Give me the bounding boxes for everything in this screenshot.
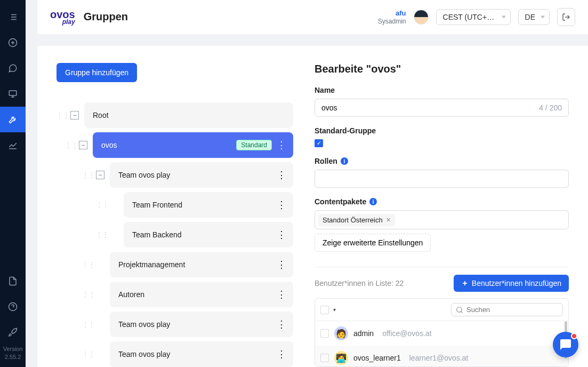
name-input[interactable]: [321, 103, 539, 112]
lang-select[interactable]: DE: [518, 9, 550, 25]
user-avatar: 🧑‍💻: [334, 351, 348, 365]
node-more-icon[interactable]: ⋮: [276, 173, 287, 178]
std-group-checkbox[interactable]: ✓: [315, 139, 323, 147]
select-all-checkbox[interactable]: [320, 306, 329, 314]
help-icon: [8, 302, 18, 312]
nav-item-1[interactable]: [0, 4, 26, 30]
tree-node-team3[interactable]: Team ovos play ⋮: [110, 341, 293, 367]
tree-node-pm[interactable]: Projektmanagement ⋮: [110, 252, 293, 277]
logout-button[interactable]: [557, 8, 575, 26]
file-icon: [8, 276, 18, 286]
tree-node-team1[interactable]: Team ovos play ⋮: [110, 162, 293, 188]
drag-handle[interactable]: ⋮⋮: [57, 114, 65, 117]
plus-circle-icon: [8, 38, 18, 47]
content-label: Contentpakete i: [315, 197, 569, 206]
presentation-icon: [8, 89, 18, 99]
collapse-toggle[interactable]: −: [70, 111, 79, 119]
node-more-icon[interactable]: ⋮: [276, 262, 287, 267]
tree-node-backend[interactable]: Team Backend ⋮: [124, 222, 293, 248]
nav-item-rocket[interactable]: [0, 320, 26, 345]
sidebar: Version 2.55.2: [0, 0, 26, 367]
nav-item-help[interactable]: [0, 294, 26, 320]
logo: ovos play: [50, 10, 75, 25]
node-more-icon[interactable]: ⋮: [276, 352, 287, 357]
std-group-label: Standard-Gruppe: [315, 126, 569, 135]
content-input[interactable]: Standort Österreich ✕: [315, 210, 569, 229]
collapse-toggle[interactable]: −: [96, 171, 104, 179]
drag-handle[interactable]: ⋮⋮: [82, 173, 91, 177]
name-counter: 4 / 200: [539, 103, 562, 112]
node-more-icon[interactable]: ⋮: [276, 143, 287, 148]
drag-handle[interactable]: ⋮⋮: [82, 293, 91, 296]
user-checkbox[interactable]: [320, 354, 329, 362]
node-more-icon[interactable]: ⋮: [276, 292, 287, 297]
avatar[interactable]: [414, 10, 429, 25]
node-more-icon[interactable]: ⋮: [276, 233, 287, 237]
nav-item-2[interactable]: [0, 30, 26, 55]
node-more-icon[interactable]: ⋮: [276, 203, 287, 208]
user-row[interactable]: 🧑‍💻 ovos_learner1 learner1@ovos.at: [315, 346, 568, 367]
drag-handle[interactable]: ⋮⋮: [96, 233, 104, 236]
edit-title: Bearbeite "ovos": [315, 63, 569, 75]
roles-input[interactable]: [315, 170, 569, 188]
drag-handle[interactable]: ⋮⋮: [82, 353, 91, 356]
name-label: Name: [315, 86, 569, 94]
roles-label: Rollen i: [315, 157, 569, 165]
chat-icon: [8, 63, 18, 73]
notification-dot-icon: [571, 333, 577, 339]
chat-bubble[interactable]: [553, 332, 578, 357]
user-count-label: Benutzer*innen in Liste: 22: [315, 279, 404, 288]
chart-icon: [8, 140, 18, 150]
user-search-input[interactable]: [466, 306, 558, 314]
page-title: Gruppen: [84, 11, 128, 23]
nav-item-file[interactable]: [0, 268, 26, 294]
version-label: Version 2.55.2: [3, 345, 23, 367]
user-row[interactable]: 🧑 admin office@ovos.at: [315, 321, 568, 346]
plus-icon: [461, 280, 469, 287]
advanced-settings-button[interactable]: Zeige erweiterte Einstellungen: [315, 234, 431, 252]
content-tag: Standort Österreich ✕: [318, 214, 395, 226]
nav-item-6[interactable]: [0, 132, 26, 158]
nav-item-4[interactable]: [0, 81, 26, 107]
rocket-icon: [8, 328, 18, 337]
user-block: afu Sysadmin: [378, 9, 406, 25]
name-input-wrapper: 4 / 200: [315, 99, 569, 117]
timezone-select[interactable]: CEST (UTC+0…: [436, 9, 511, 25]
standard-badge: Standard: [236, 140, 272, 150]
drag-handle[interactable]: ⋮⋮: [82, 323, 91, 326]
nav-item-3[interactable]: [0, 55, 26, 81]
add-group-button[interactable]: Gruppe hinzufügen: [57, 63, 137, 82]
svg-rect-9: [9, 91, 17, 95]
tree-node-frontend[interactable]: Team Frontend ⋮: [124, 192, 293, 218]
tree-node-ovos[interactable]: ovos Standard ⋮: [93, 132, 293, 158]
drag-handle[interactable]: ⋮⋮: [96, 203, 104, 206]
drag-handle[interactable]: ⋮⋮: [82, 263, 91, 266]
svg-line-19: [461, 311, 463, 313]
user-search[interactable]: [451, 303, 563, 316]
node-more-icon[interactable]: ⋮: [276, 322, 287, 327]
main-content: Gruppe hinzufügen ⋮⋮ − Root ⋮⋮ − ovos: [37, 46, 588, 367]
user-table: ▾ 🧑 admin office@ovos.at 🧑‍💻 ovos_learne…: [315, 298, 569, 367]
svg-point-18: [457, 307, 462, 312]
info-icon[interactable]: i: [341, 157, 348, 165]
select-all-dropdown-icon[interactable]: ▾: [333, 307, 336, 313]
edit-panel: Bearbeite "ovos" Name 4 / 200 Standard-G…: [315, 63, 569, 367]
topbar: ovos play Gruppen afu Sysadmin CEST (UTC…: [37, 0, 588, 34]
nav-item-settings[interactable]: [0, 107, 26, 132]
tree-node-root[interactable]: Root: [84, 102, 293, 128]
search-icon: [456, 306, 463, 314]
tree-node-team2[interactable]: Team ovos play ⋮: [110, 312, 293, 337]
chat-bubble-icon: [559, 338, 572, 351]
user-checkbox[interactable]: [320, 329, 329, 338]
tag-remove-icon[interactable]: ✕: [386, 217, 391, 224]
info-icon[interactable]: i: [369, 198, 377, 205]
collapse-toggle[interactable]: −: [79, 141, 87, 149]
group-tree-panel: Gruppe hinzufügen ⋮⋮ − Root ⋮⋮ − ovos: [57, 63, 293, 367]
wrench-icon: [8, 115, 18, 124]
add-users-button[interactable]: Benutzer*innen hinzufügen: [454, 275, 569, 292]
logout-icon: [562, 13, 570, 21]
drag-handle[interactable]: ⋮⋮: [65, 143, 74, 147]
list-icon: [8, 12, 18, 22]
tree-node-autoren[interactable]: Autoren ⋮: [110, 282, 293, 307]
user-avatar: 🧑: [334, 326, 348, 340]
